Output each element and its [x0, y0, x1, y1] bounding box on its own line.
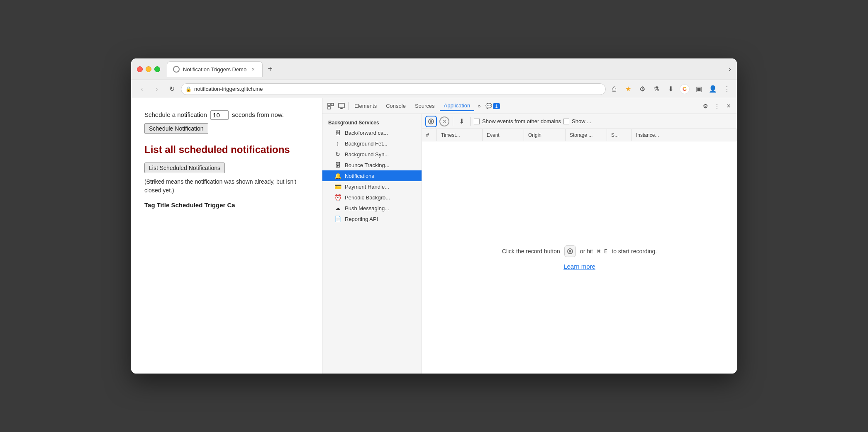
google-button[interactable]: G [680, 84, 690, 94]
col-hash: # [422, 129, 437, 141]
devtools-sidebar: Background Services 🗄 Back/forward ca...… [322, 114, 422, 374]
sidebar-item-background-sync-label: Background Syn... [345, 151, 389, 158]
fullscreen-traffic-light[interactable] [154, 66, 160, 72]
show-other-domains-checkbox[interactable] [474, 119, 480, 124]
sidebar-item-periodic-label: Periodic Backgro... [345, 194, 390, 201]
extension-button[interactable]: ⚙ [637, 84, 647, 94]
devtools-more-icon[interactable]: ⋮ [713, 102, 721, 110]
toolbar-divider2 [470, 117, 471, 126]
sidebar-item-background-sync[interactable]: ↻ Background Syn... [322, 149, 422, 160]
toolbar-divider [453, 117, 453, 126]
tab-console[interactable]: Console [382, 101, 410, 111]
keyboard-shortcut: ⌘ E [597, 248, 607, 255]
window-chevron-icon[interactable]: › [729, 65, 731, 73]
clear-button[interactable]: ⊘ [439, 116, 449, 126]
seconds-input[interactable] [210, 110, 229, 120]
periodic-icon: ⏰ [334, 194, 341, 201]
profile-button[interactable]: 👤 [708, 84, 718, 94]
checkbox-group-1: Show events from other domains [474, 118, 561, 124]
tab-elements[interactable]: Elements [350, 101, 381, 111]
schedule-text-before: Schedule a notification [144, 110, 207, 120]
record-message: Click the record button or hit ⌘ E to st… [502, 245, 657, 257]
list-scheduled-section: List Scheduled Notifications (Striked me… [144, 163, 309, 195]
address-bar[interactable]: 🔒 notification-triggers.glitch.me [181, 83, 606, 95]
forward-button[interactable]: › [151, 83, 163, 95]
notification-badge: 1 [493, 103, 500, 109]
col-timestamp: Timest... [437, 129, 483, 141]
share-button[interactable]: ⎙ [609, 84, 619, 94]
list-heading: List all scheduled notifications [144, 144, 309, 156]
sidebar-item-background-fetch[interactable]: ↕ Background Fet... [322, 138, 422, 149]
sidebar-item-payment[interactable]: 💳 Payment Handle... [322, 181, 422, 192]
devtools-record-area: Click the record button or hit ⌘ E to st… [422, 141, 737, 374]
sidebar-toggle-button[interactable]: ▣ [694, 84, 704, 94]
back-button[interactable]: ‹ [136, 83, 148, 95]
browser-window: Notification Triggers Demo × + › ‹ › ↻ 🔒… [131, 58, 737, 374]
table-header: Tag Title Scheduled Trigger Ca [144, 201, 309, 209]
strikethrough-note: (Striked means the notification was show… [144, 177, 309, 195]
tab-application[interactable]: Application [440, 101, 475, 111]
sidebar-item-bounce-tracking-label: Bounce Tracking... [345, 162, 390, 168]
download-button[interactable]: ⬇ [666, 84, 675, 94]
new-tab-button[interactable]: + [264, 63, 276, 75]
sidebar-item-push[interactable]: ☁ Push Messaging... [322, 203, 422, 214]
sidebar-section-label: Background Services [322, 117, 422, 127]
sidebar-item-notifications[interactable]: 🔔 Notifications [322, 170, 422, 181]
record-dot-inline [569, 250, 571, 252]
schedule-section: Schedule a notification seconds from now… [144, 110, 309, 134]
lock-icon: 🔒 [185, 86, 192, 92]
col-s: S... [607, 129, 632, 141]
checkbox-group-2: Show ... [563, 118, 591, 124]
list-scheduled-notifications-button[interactable]: List Scheduled Notifications [144, 163, 225, 173]
bookmark-button[interactable]: ★ [623, 84, 633, 94]
sidebar-item-bounce-tracking[interactable]: 🗄 Bounce Tracking... [322, 160, 422, 170]
record-button[interactable] [425, 116, 437, 127]
devtools-toolbar: ⊘ ⬇ Show events from other domains Show … [422, 114, 737, 129]
devtools-inspector-icon[interactable] [327, 102, 335, 110]
notifications-icon: 🔔 [334, 172, 341, 179]
close-traffic-light[interactable] [137, 66, 143, 72]
svg-rect-2 [331, 103, 334, 106]
nav-bar: ‹ › ↻ 🔒 notification-triggers.glitch.me … [131, 80, 737, 98]
devtools-tabs: Elements Console Sources Application » 💬… [322, 98, 737, 114]
title-bar: Notification Triggers Demo × + › [131, 58, 737, 80]
show-more-checkbox[interactable] [563, 119, 569, 124]
devtools-close-button[interactable]: × [724, 101, 734, 111]
tab-sources[interactable]: Sources [411, 101, 439, 111]
bounce-tracking-icon: 🗄 [334, 162, 341, 168]
tab-favicon [173, 66, 180, 73]
lab-button[interactable]: ⚗ [651, 84, 661, 94]
background-fetch-icon: ↕ [334, 140, 341, 147]
toolbar-download-button[interactable]: ⬇ [456, 116, 467, 126]
schedule-notification-button[interactable]: Schedule Notification [144, 123, 208, 134]
tab-close-button[interactable]: × [250, 66, 256, 73]
col-event: Event [483, 129, 524, 141]
nav-actions: ⎙ ★ ⚙ ⚗ ⬇ G ▣ 👤 ⋮ [609, 84, 732, 94]
show-more-label: Show ... [572, 118, 591, 124]
payment-icon: 💳 [334, 183, 341, 190]
record-button-inline [564, 245, 576, 257]
reload-button[interactable]: ↻ [166, 83, 178, 95]
svg-rect-3 [339, 103, 344, 108]
devtools-panel: Elements Console Sources Application » 💬… [322, 98, 737, 374]
sidebar-item-reporting-label: Reporting API [345, 216, 378, 222]
sidebar-item-backforward[interactable]: 🗄 Back/forward ca... [322, 127, 422, 138]
sidebar-item-payment-label: Payment Handle... [345, 184, 389, 190]
svg-rect-0 [328, 103, 330, 106]
minimize-traffic-light[interactable] [146, 66, 151, 72]
sidebar-item-periodic[interactable]: ⏰ Periodic Backgro... [322, 192, 422, 203]
browser-tab[interactable]: Notification Triggers Demo × [167, 61, 263, 77]
sidebar-item-notifications-label: Notifications [345, 173, 374, 179]
sidebar-item-reporting[interactable]: 📄 Reporting API [322, 214, 422, 224]
col-instance: Instance... [632, 129, 737, 141]
more-tabs-button[interactable]: » [475, 101, 483, 111]
devtools-device-icon[interactable] [337, 102, 346, 110]
col-storage: Storage ... [566, 129, 607, 141]
push-icon: ☁ [334, 205, 341, 211]
devtools-settings-icon[interactable]: ⚙ [701, 102, 710, 110]
svg-rect-1 [328, 107, 330, 109]
more-button[interactable]: ⋮ [722, 84, 732, 94]
devtools-tab-settings: ⚙ ⋮ × [700, 101, 734, 111]
col-origin: Origin [524, 129, 566, 141]
learn-more-link[interactable]: Learn more [563, 263, 595, 270]
